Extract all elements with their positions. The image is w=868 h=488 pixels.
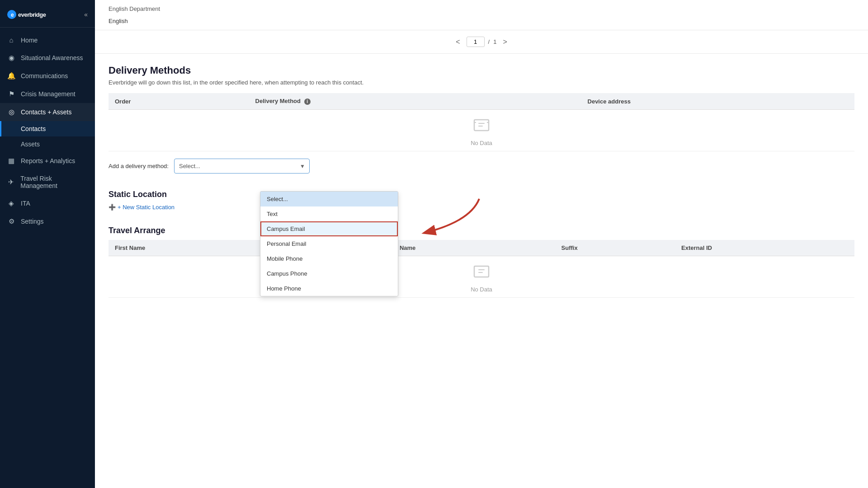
sidebar-item-assets[interactable]: Assets bbox=[0, 136, 95, 152]
travel-arrange-table: First Name M.I. Last Name Suffix Externa… bbox=[108, 240, 854, 298]
sidebar-item-communications[interactable]: 🔔 Communications bbox=[0, 67, 95, 85]
svg-text:everbridge: everbridge bbox=[18, 11, 46, 18]
no-data-icon bbox=[471, 114, 492, 136]
main-content: English Department English < / 1 > Deliv… bbox=[95, 0, 868, 488]
sidebar-item-label: Communications bbox=[21, 72, 68, 80]
no-data-row: No Data bbox=[108, 110, 854, 151]
dropdown-item-personal-email[interactable]: Personal Email bbox=[260, 236, 398, 251]
delivery-method-dropdown: Select... Text Campus Email Personal Ema… bbox=[260, 191, 398, 296]
situational-awareness-icon: ◉ bbox=[7, 54, 15, 62]
col-device-address: Device address bbox=[581, 93, 854, 110]
reports-icon: ▦ bbox=[7, 157, 15, 165]
sidebar-item-label: Travel Risk Management bbox=[20, 175, 88, 189]
svg-rect-3 bbox=[474, 120, 489, 131]
breadcrumb: English Department bbox=[108, 0, 854, 15]
travel-no-data-icon bbox=[471, 261, 492, 282]
delivery-methods-title: Delivery Methods bbox=[108, 65, 854, 76]
sidebar-item-settings[interactable]: ⚙ Settings bbox=[0, 212, 95, 230]
travel-no-data-row: No Data bbox=[108, 256, 854, 298]
dropdown-item-select[interactable]: Select... bbox=[260, 192, 398, 206]
sidebar-item-travel-risk[interactable]: ✈ Travel Risk Management bbox=[0, 170, 95, 194]
dropdown-item-campus-phone[interactable]: Campus Phone bbox=[260, 266, 398, 281]
logo-text: e everbridge bbox=[7, 8, 61, 21]
sidebar: e everbridge « ⌂ Home ◉ Situational Awar… bbox=[0, 0, 95, 488]
sidebar-item-contacts[interactable]: Contacts bbox=[0, 121, 95, 136]
dropdown-item-home-phone[interactable]: Home Phone bbox=[260, 281, 398, 296]
delivery-method-info-icon[interactable]: i bbox=[304, 99, 311, 105]
delivery-method-select-container: Select... ▼ bbox=[174, 159, 310, 174]
col-order: Order bbox=[108, 93, 249, 110]
home-icon: ⌂ bbox=[7, 36, 15, 44]
static-location-section: Static Location ➕ + New Static Location bbox=[95, 181, 868, 211]
travel-arrange-title: Travel Arrange bbox=[108, 226, 854, 235]
svg-rect-4 bbox=[474, 266, 489, 277]
sidebar-item-label: Home bbox=[21, 37, 38, 44]
sidebar-item-situational-awareness[interactable]: ◉ Situational Awareness bbox=[0, 49, 95, 67]
sidebar-item-label: Settings bbox=[21, 218, 44, 225]
sidebar-logo: e everbridge « bbox=[0, 0, 95, 28]
col-external-id: External ID bbox=[675, 240, 854, 256]
dropdown-item-campus-email[interactable]: Campus Email bbox=[260, 221, 398, 236]
delivery-method-select[interactable]: Select... bbox=[174, 159, 310, 174]
sidebar-item-crisis-management[interactable]: ⚑ Crisis Management bbox=[0, 85, 95, 103]
svg-text:e: e bbox=[11, 12, 14, 18]
communications-icon: 🔔 bbox=[7, 72, 15, 80]
col-last-name: Last Name bbox=[380, 240, 555, 256]
sidebar-item-label: ITA bbox=[21, 200, 30, 207]
sidebar-item-label: Contacts + Assets bbox=[21, 108, 71, 116]
pagination-prev[interactable]: < bbox=[453, 37, 462, 47]
travel-icon: ✈ bbox=[7, 178, 15, 186]
no-data-text: No Data bbox=[471, 140, 492, 146]
dropdown-item-text[interactable]: Text bbox=[260, 206, 398, 221]
pagination-total: 1 bbox=[493, 38, 496, 45]
travel-arrange-section: Travel Arrange First Name M.I. Last Name… bbox=[95, 217, 868, 298]
col-delivery-method: Delivery Method i bbox=[249, 93, 581, 110]
language-value: English bbox=[108, 15, 854, 30]
delivery-methods-desc: Everbridge will go down this list, in th… bbox=[108, 79, 854, 86]
sidebar-nav: ⌂ Home ◉ Situational Awareness 🔔 Communi… bbox=[0, 28, 95, 488]
sidebar-item-contacts-assets[interactable]: ◎ Contacts + Assets bbox=[0, 103, 95, 121]
top-section: English Department English bbox=[95, 0, 868, 30]
delivery-methods-section: Delivery Methods Everbridge will go down… bbox=[95, 54, 868, 151]
sidebar-item-reports-analytics[interactable]: ▦ Reports + Analytics bbox=[0, 152, 95, 170]
add-method-label: Add a delivery method: bbox=[108, 163, 169, 169]
sidebar-item-home[interactable]: ⌂ Home bbox=[0, 31, 95, 49]
delivery-methods-table: Order Delivery Method i Device address bbox=[108, 93, 854, 151]
sidebar-item-ita[interactable]: ◈ ITA bbox=[0, 194, 95, 212]
collapse-icon[interactable]: « bbox=[84, 11, 88, 18]
pagination: < / 1 > bbox=[95, 30, 868, 54]
new-location-plus-icon: ➕ bbox=[108, 204, 116, 211]
new-location-label: + New Static Location bbox=[118, 204, 175, 211]
crisis-management-icon: ⚑ bbox=[7, 90, 15, 98]
contacts-assets-icon: ◎ bbox=[7, 108, 15, 116]
dropdown-item-mobile-phone[interactable]: Mobile Phone bbox=[260, 251, 398, 266]
new-static-location-link[interactable]: ➕ + New Static Location bbox=[108, 204, 854, 211]
col-suffix: Suffix bbox=[555, 240, 675, 256]
pagination-current[interactable] bbox=[467, 37, 485, 47]
sidebar-item-label: Reports + Analytics bbox=[21, 157, 75, 164]
pagination-separator: / bbox=[488, 38, 490, 45]
ita-icon: ◈ bbox=[7, 199, 15, 207]
travel-no-data-text: No Data bbox=[471, 286, 492, 293]
settings-icon: ⚙ bbox=[7, 217, 15, 225]
static-location-title: Static Location bbox=[108, 190, 854, 199]
pagination-next[interactable]: > bbox=[500, 37, 509, 47]
add-delivery-method-row: Add a delivery method: Select... ▼ bbox=[95, 151, 868, 181]
sidebar-item-label: Crisis Management bbox=[21, 90, 75, 98]
sidebar-item-label: Situational Awareness bbox=[21, 54, 83, 61]
